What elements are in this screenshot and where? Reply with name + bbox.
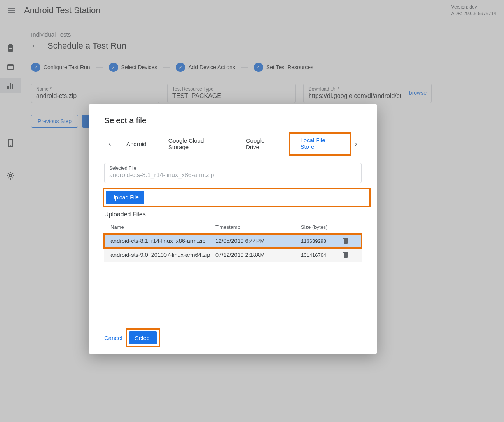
select-highlight: Select <box>127 330 159 346</box>
field-value: android-cts-8.1_r14-linux_x86-arm.zip <box>109 172 357 179</box>
tab-local-file-store[interactable]: Local File Store <box>289 133 350 155</box>
dialog-title: Select a file <box>104 116 362 125</box>
col-header-size: Size (bytes) <box>301 224 340 230</box>
file-name: android-sts-9.0_201907-linux-arm64.zip <box>110 252 215 258</box>
file-name: android-cts-8.1_r14-linux_x86-arm.zip <box>110 238 215 244</box>
table-row[interactable]: android-sts-9.0_201907-linux-arm64.zip 0… <box>104 248 362 262</box>
svg-rect-21 <box>345 252 346 253</box>
tab-android[interactable]: Android <box>116 137 158 151</box>
cancel-button[interactable]: Cancel <box>104 335 122 341</box>
svg-rect-17 <box>345 240 345 243</box>
col-header-timestamp: Timestamp <box>215 224 301 230</box>
tab-row: ‹ Android Google Cloud Storage Google Dr… <box>104 133 362 155</box>
svg-rect-18 <box>346 240 346 243</box>
uploaded-files-heading: Uploaded Files <box>104 211 362 218</box>
svg-rect-22 <box>345 254 345 257</box>
upload-file-button[interactable]: Upload File <box>106 191 144 204</box>
file-size: 113639298 <box>301 238 340 244</box>
svg-rect-16 <box>345 238 346 239</box>
delete-icon[interactable] <box>340 238 352 244</box>
file-table: Name Timestamp Size (bytes) android-cts-… <box>104 220 362 262</box>
svg-rect-23 <box>346 254 346 257</box>
svg-rect-19 <box>344 253 348 258</box>
selected-file-field[interactable]: Selected File android-cts-8.1_r14-linux_… <box>104 163 362 183</box>
file-size: 101416764 <box>301 252 340 258</box>
tab-gcs[interactable]: Google Cloud Storage <box>158 133 235 154</box>
select-file-dialog: Select a file ‹ Android Google Cloud Sto… <box>89 104 377 354</box>
chevron-right-icon[interactable]: › <box>350 136 362 152</box>
table-header: Name Timestamp Size (bytes) <box>104 220 362 234</box>
svg-rect-14 <box>344 239 348 244</box>
chevron-left-icon[interactable]: ‹ <box>104 136 116 152</box>
file-timestamp: 12/05/2019 6:44PM <box>215 238 301 244</box>
select-button[interactable]: Select <box>129 331 158 344</box>
tab-gdrive[interactable]: Google Drive <box>235 133 290 154</box>
table-row[interactable]: android-cts-8.1_r14-linux_x86-arm.zip 12… <box>104 234 362 248</box>
field-label: Selected File <box>109 166 357 171</box>
upload-highlight: Upload File <box>104 189 369 206</box>
dialog-footer: Cancel Select <box>96 330 369 346</box>
col-header-name: Name <box>110 224 215 230</box>
delete-icon[interactable] <box>340 252 352 258</box>
file-timestamp: 07/12/2019 2:18AM <box>215 252 301 258</box>
